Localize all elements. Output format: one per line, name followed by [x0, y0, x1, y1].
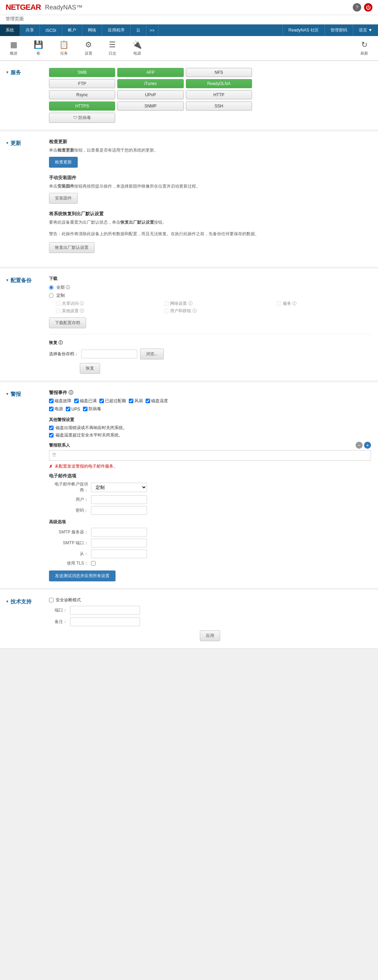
toolbar-power[interactable]: 🔌 电源 — [130, 39, 145, 57]
services-content: SMB AFP NFS FTP iTunes ReadyDLNA Rsync U… — [42, 68, 378, 123]
pass-input[interactable] — [91, 506, 147, 515]
settings-icon: ⚙ — [85, 40, 92, 49]
factory-reset-button[interactable]: 恢复出厂默认设置 — [49, 242, 94, 253]
alert-disk-temp-input[interactable] — [146, 399, 150, 403]
service-antivirus[interactable]: 🛡 防病毒 — [49, 113, 115, 123]
nav-account[interactable]: 帐户 — [62, 24, 82, 36]
check-services-input[interactable] — [277, 301, 281, 306]
toolbar-settings[interactable]: ⚙ 设置 — [82, 39, 95, 57]
alert-disk-full: 磁盘已满 — [74, 398, 97, 404]
config-checkboxes: 共享访问 ⓘ 网络设置 ⓘ 服务 ⓘ 其他设置 ⓘ 用户和群组 ⓘ — [56, 301, 371, 314]
service-rsync[interactable]: Rsync — [49, 90, 115, 99]
notes-input[interactable] — [70, 617, 140, 626]
check-network-settings-label: 网络设置 ⓘ — [170, 301, 192, 307]
alert-fan-input[interactable] — [129, 399, 133, 403]
alert-disk-temp-label: 磁盘温度 — [151, 398, 168, 404]
email-form: 电子邮件帐户提供商： 定制 Gmail Yahoo 用户： 密码： — [49, 481, 371, 515]
alert-section: 警报 警报事件 ⓘ 磁盘故障 磁盘已满 已超过配额 — [0, 383, 378, 589]
alert-disk-full-input[interactable] — [74, 399, 79, 403]
smtp-server-label: SMTP 服务器： — [49, 529, 91, 535]
service-http[interactable]: HTTP — [186, 90, 252, 99]
header-icons: ? ⏻ — [353, 3, 372, 11]
check-other-settings-label: 其他设置 ⓘ — [62, 308, 84, 314]
toolbar-refresh[interactable]: ↻ 刷新 — [358, 39, 371, 57]
service-snmp[interactable]: SNMP — [117, 102, 183, 111]
restore-label: 选择备份存档： — [49, 351, 78, 357]
diag-mode-checkbox[interactable] — [49, 598, 54, 602]
port-input[interactable] — [70, 606, 140, 615]
nav-apps[interactable]: 应用程序 — [102, 24, 130, 36]
nav-share[interactable]: 共享 — [20, 24, 40, 36]
smtp-server-input[interactable] — [91, 528, 147, 536]
restore-button[interactable]: 恢复 — [80, 363, 100, 374]
netgear-logo: NETGEAR — [6, 3, 41, 12]
from-input[interactable] — [91, 549, 147, 558]
tech-section: 技术支持 安全诊断模式 端口： 备注： 应用 — [0, 590, 378, 649]
email-error-row: ✗ 未配置发送警报的电子邮件服务。 — [49, 463, 371, 469]
nav-cloud[interactable]: 云 — [130, 24, 146, 36]
provider-label: 电子邮件帐户提供商： — [49, 481, 91, 493]
service-ftp[interactable]: FTP — [49, 79, 115, 88]
provider-select[interactable]: 定制 Gmail Yahoo — [91, 483, 147, 492]
update-label: 更新 — [0, 138, 42, 260]
check-users-groups-input[interactable] — [164, 309, 169, 313]
factory-reset-desc1: 要将此设备重置为出厂默认状态，单击恢复出厂默认设置按钮。 — [49, 219, 371, 226]
radio-all[interactable] — [49, 285, 54, 290]
alert-antivirus-input[interactable] — [83, 407, 87, 411]
toolbar-tasks[interactable]: 📋 任务 — [56, 39, 71, 57]
radio-all-row: 全部 ⓘ — [49, 285, 371, 291]
service-readydlna[interactable]: ReadyDLNA — [186, 79, 252, 88]
other-check-disk-temp-input[interactable] — [49, 433, 54, 438]
check-network-settings-input[interactable] — [164, 301, 169, 306]
nav-more[interactable]: >> — [146, 25, 159, 36]
nav-system[interactable]: 系统 — [0, 24, 20, 36]
alert-ups-input[interactable] — [66, 407, 70, 411]
alert-quota-input[interactable] — [99, 399, 104, 403]
radio-custom-label: 定制 — [56, 293, 65, 299]
service-https[interactable]: HTTPS — [49, 102, 115, 111]
check-share-access-input[interactable] — [56, 301, 60, 306]
nav-language[interactable]: 语言 ▼ — [353, 24, 378, 36]
tls-label: 使用 TLS： — [49, 560, 91, 566]
tls-checkbox[interactable] — [91, 561, 95, 566]
service-afp[interactable]: AFP — [117, 68, 183, 77]
service-ssh[interactable]: SSH — [186, 102, 252, 111]
nav-network[interactable]: 网络 — [82, 24, 102, 36]
pass-label: 密码： — [49, 508, 91, 514]
send-test-button[interactable]: 发送测试消息并应用所有设置 — [49, 571, 116, 581]
smtp-server-row: SMTP 服务器： — [49, 528, 371, 536]
toolbar-log[interactable]: ☰ 日志 — [106, 39, 119, 57]
toolbar-overview[interactable]: ▦ 概述 — [7, 39, 20, 57]
other-check-disk-error-input[interactable] — [49, 426, 54, 430]
service-upnp[interactable]: UPnP — [117, 90, 183, 99]
smtp-port-label: SMTP 端口： — [49, 540, 91, 546]
service-itunes[interactable]: iTunes — [117, 79, 183, 88]
browse-button[interactable]: 浏览... — [140, 348, 164, 360]
alert-fan: 风扇 — [129, 398, 143, 404]
nav-password[interactable]: 管理密码 — [324, 24, 353, 36]
help-icon[interactable]: ? — [353, 3, 361, 11]
nav-iscsi[interactable]: iSCSI — [40, 25, 62, 36]
restore-file-input[interactable] — [81, 350, 137, 358]
manual-firmware-title: 手动安装固件 — [49, 175, 371, 181]
user-input[interactable] — [91, 495, 147, 504]
smtp-port-input[interactable] — [91, 539, 147, 547]
add-contact-button[interactable]: + — [364, 442, 371, 449]
other-check-disk-temp: 磁盘温度超过安全水平时关闭系统。 — [49, 432, 371, 438]
apply-button[interactable]: 应用 — [200, 630, 220, 641]
toolbar-volume[interactable]: 💾 卷 — [31, 39, 46, 57]
radio-custom[interactable] — [49, 293, 54, 298]
alert-disk-failure-input[interactable] — [49, 399, 54, 403]
email-options-title: 电子邮件选项 — [49, 473, 371, 479]
check-update-button[interactable]: 检查更新 — [49, 157, 78, 168]
install-firmware-button[interactable]: 安装固件 — [49, 193, 78, 204]
check-other-settings-input[interactable] — [56, 309, 60, 313]
nav-community[interactable]: ReadyNAS 社区 — [283, 24, 324, 36]
download-config-button[interactable]: 下载配置存档 — [49, 317, 86, 328]
alert-ups-label: UPS — [71, 407, 80, 412]
alert-power-input[interactable] — [49, 407, 54, 411]
service-smb[interactable]: SMB — [49, 68, 115, 77]
service-nfs[interactable]: NFS — [186, 68, 252, 77]
remove-contact-button[interactable]: − — [356, 442, 363, 449]
power-icon[interactable]: ⏻ — [364, 3, 372, 11]
